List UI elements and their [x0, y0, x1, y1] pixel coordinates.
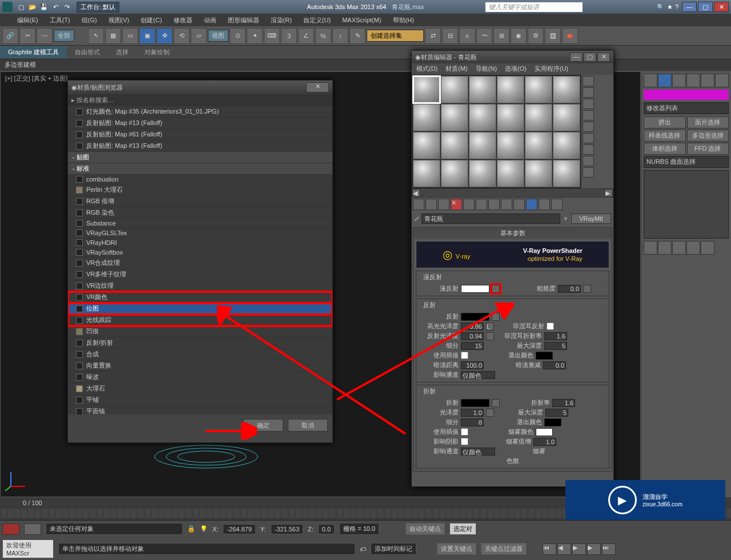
list-item-bitmap[interactable]: 位图: [68, 303, 332, 315]
utilities-tab-icon[interactable]: [715, 74, 729, 87]
isolate-icon[interactable]: 💡: [200, 525, 208, 533]
preview-icon[interactable]: [583, 133, 594, 143]
list-item[interactable]: VRayGLSLTex: [68, 228, 332, 238]
show-end-result-icon[interactable]: [526, 199, 537, 210]
mat-map-nav-icon[interactable]: [583, 167, 594, 178]
sample-slot[interactable]: [525, 132, 552, 159]
tab-selection[interactable]: 选择: [108, 46, 136, 58]
tab-objectpaint[interactable]: 对象绘制: [136, 46, 178, 58]
mat-id-icon[interactable]: [501, 199, 512, 210]
menu-group[interactable]: 组(G): [82, 16, 97, 25]
unlink-icon[interactable]: ✂: [19, 28, 35, 44]
sample-slot[interactable]: [413, 76, 440, 103]
command-panel[interactable]: 修改器列表 挤出 面片选择 样条线选择 多边形选择 体积选择 FFD 选择 NU…: [641, 71, 731, 497]
bind-spacewarp-icon[interactable]: 〰: [37, 28, 53, 44]
menu-tools[interactable]: 工具(T): [50, 16, 70, 25]
menu-bar[interactable]: 编辑(E) 工具(T) 组(G) 视图(V) 创建(C) 修改器 动画 图形编辑…: [0, 14, 731, 26]
sample-slot[interactable]: [469, 132, 496, 159]
list-item[interactable]: 大理石: [68, 383, 332, 394]
sample-slot[interactable]: [441, 104, 468, 131]
list-item[interactable]: VRaySoftbox: [68, 248, 332, 257]
sample-slot[interactable]: [525, 160, 552, 187]
list-item[interactable]: VR边纹理: [68, 280, 332, 292]
menu-modes[interactable]: 模式(D): [416, 65, 437, 74]
sample-slot[interactable]: [441, 76, 468, 103]
sample-slot[interactable]: [553, 132, 580, 159]
new-icon[interactable]: ▢: [16, 2, 26, 12]
sample-slot[interactable]: [413, 160, 440, 187]
sample-slot[interactable]: [525, 76, 552, 103]
background-icon[interactable]: [583, 99, 594, 109]
close-button[interactable]: ✕: [714, 2, 729, 12]
list-item[interactable]: 反射/折射: [68, 337, 332, 349]
rollup-basic-params[interactable]: 基本参数: [413, 228, 612, 239]
fog-color-swatch[interactable]: [536, 428, 553, 436]
refl-subdivs-spinner[interactable]: 15: [461, 342, 484, 350]
get-material-icon[interactable]: [413, 199, 424, 210]
mirror-icon[interactable]: ⇄: [425, 28, 441, 44]
search-input[interactable]: 键入关键字或短语: [485, 2, 583, 12]
cancel-button[interactable]: 取消: [288, 419, 328, 432]
sample-slot[interactable]: [469, 76, 496, 103]
material-editor[interactable]: ◉ 材质编辑器 - 青花瓶 — ▢ ✕ 模式(D) 材质(M) 导航(N) 选项…: [411, 50, 614, 487]
remove-modifier-icon[interactable]: [686, 241, 700, 255]
ref-coord-dropdown[interactable]: 视图: [208, 30, 228, 42]
goto-start-icon[interactable]: ⏮: [543, 543, 556, 555]
select-name-icon[interactable]: ▦: [105, 28, 121, 44]
refl-exitcolor-swatch[interactable]: [536, 352, 553, 360]
menu-utilities[interactable]: 实用程序(U): [535, 65, 568, 74]
category-standard[interactable]: - 标准: [68, 163, 332, 175]
list-item[interactable]: Perlin 大理石: [68, 184, 332, 196]
sample-type-icon[interactable]: [583, 76, 594, 86]
make-unique-icon[interactable]: [476, 199, 487, 210]
go-parent-icon[interactable]: [539, 199, 550, 210]
refract-useinterp-checkbox[interactable]: [461, 428, 468, 436]
refract-exitcolor-swatch[interactable]: [544, 418, 561, 426]
percent-snap-icon[interactable]: %: [315, 28, 331, 44]
align-icon[interactable]: ⊟: [442, 28, 458, 44]
autokey-button[interactable]: 自动关键点: [405, 523, 445, 535]
selected-dropdown[interactable]: 选定对: [449, 523, 476, 535]
menu-edit[interactable]: 编辑(E): [17, 16, 38, 25]
layers-icon[interactable]: ≡: [459, 28, 475, 44]
assign-to-sel-icon[interactable]: [438, 199, 449, 210]
spinner-snap-icon[interactable]: ↕: [332, 28, 348, 44]
fresnel-checkbox[interactable]: [547, 323, 554, 330]
keyboard-shortcut-icon[interactable]: ⌨: [264, 28, 280, 44]
list-item[interactable]: 平面镜: [68, 406, 332, 414]
configure-sets-icon[interactable]: [701, 241, 714, 255]
hierarchy-tab-icon[interactable]: [672, 74, 686, 87]
redo-icon[interactable]: ↷: [62, 2, 72, 12]
pin-stack-icon[interactable]: [644, 241, 657, 255]
affect-channel-dropdown[interactable]: 仅颜色: [461, 371, 495, 379]
menu-modifiers[interactable]: 修改器: [174, 16, 192, 25]
sample-side-toolbar[interactable]: [581, 75, 595, 188]
put-to-lib-icon[interactable]: [488, 199, 500, 210]
category-maps[interactable]: - 贴图: [68, 152, 332, 163]
menu-options[interactable]: 选项(O): [505, 65, 527, 74]
use-center-icon[interactable]: ⊙: [230, 28, 246, 44]
refl-useinterp-checkbox[interactable]: [461, 352, 468, 359]
undo-icon[interactable]: ↶: [50, 2, 61, 12]
ribbon[interactable]: Graphite 建模工具 自由形式 选择 对象绘制: [0, 46, 731, 59]
backlight-icon[interactable]: [583, 87, 594, 98]
list-item[interactable]: 反射贴图: Map #13 (Falloff): [68, 118, 332, 129]
time-tag-icon[interactable]: 🏷: [360, 546, 366, 553]
modifier-button[interactable]: 体积选择: [644, 143, 686, 155]
maximize-button[interactable]: ▢: [698, 2, 713, 12]
editor-menu[interactable]: 模式(D) 材质(M) 导航(N) 选项(O) 实用程序(U): [412, 63, 613, 75]
z-coord-field[interactable]: 0.0: [318, 524, 335, 534]
make-unique-icon[interactable]: [672, 241, 686, 255]
sample-slot[interactable]: [553, 104, 580, 131]
show-end-result-icon[interactable]: [658, 241, 672, 255]
render-frame-icon[interactable]: 🖼: [545, 28, 561, 44]
x-coord-field[interactable]: -264.879: [223, 524, 255, 534]
sample-slot[interactable]: [497, 76, 524, 103]
refract-affect-dropdown[interactable]: 仅颜色: [461, 448, 495, 456]
roughness-map-button[interactable]: [583, 285, 591, 293]
list-item[interactable]: 噪波: [68, 372, 332, 383]
snap-toggle-icon[interactable]: 3: [281, 28, 297, 44]
list-item[interactable]: RGB 倍增: [68, 196, 332, 207]
refract-gloss-spinner[interactable]: 1.0: [461, 409, 484, 417]
sample-slot[interactable]: [525, 104, 552, 131]
